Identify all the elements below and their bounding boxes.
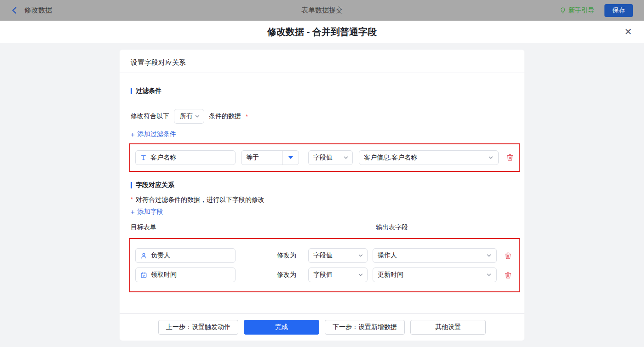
modify-to-label: 修改为	[277, 251, 303, 260]
settings-card: 设置字段对应关系 过滤条件 修改符合以下 所有 条件的数据 * + 添加过滤条件	[120, 50, 524, 341]
guide-label: 新手引导	[569, 6, 594, 15]
chevron-down-icon	[358, 253, 363, 258]
chevron-down-icon	[358, 272, 363, 278]
operator-dropdown-button[interactable]	[282, 151, 299, 165]
trash-icon	[506, 154, 514, 161]
topbar: 修改数据 表单数据提交 新手引导 保存	[0, 0, 644, 21]
wizard-footer: 上一步：设置触发动作 完成 下一步：设置新增数据 其他设置	[120, 313, 524, 341]
add-filter-condition-link[interactable]: + 添加过滤条件	[131, 130, 176, 138]
card-content: 过滤条件 修改符合以下 所有 条件的数据 * + 添加过滤条件 客户名称	[120, 73, 524, 313]
condition-operator-select[interactable]: 等于	[241, 150, 299, 165]
dialog-title: 修改数据 - 合并到普通字段	[267, 26, 377, 38]
topbar-actions: 新手引导 保存	[559, 4, 633, 17]
target-field-value: 负责人	[151, 251, 170, 260]
chevron-down-icon	[343, 155, 349, 160]
caret-down-icon	[288, 156, 293, 159]
sentence-prefix: 修改符合以下	[131, 112, 169, 120]
text-field-icon	[140, 154, 147, 161]
mapping-value-type: 字段值	[313, 271, 333, 279]
delete-condition-button[interactable]	[506, 154, 514, 161]
output-field-select[interactable]: 更新时间	[373, 267, 497, 282]
mapping-row: 负责人 修改为 字段值 操作人	[135, 248, 514, 263]
filter-match-sentence: 修改符合以下 所有 条件的数据 *	[131, 109, 513, 124]
delete-mapping-button[interactable]	[504, 252, 512, 260]
back-label: 修改数据	[24, 6, 52, 15]
delete-mapping-button[interactable]	[504, 271, 512, 279]
column-output-field: 输出表字段	[376, 223, 408, 232]
lightbulb-icon	[559, 7, 566, 14]
add-filter-condition-label: 添加过滤条件	[138, 130, 176, 138]
target-field-input[interactable]: 领取时间	[135, 267, 236, 282]
close-icon[interactable]: ✕	[624, 27, 632, 36]
save-button[interactable]: 保存	[604, 4, 633, 17]
required-asterisk: *	[246, 113, 248, 120]
other-settings-button[interactable]: 其他设置	[410, 320, 486, 335]
next-step-button[interactable]: 下一步：设置新增数据	[325, 320, 405, 335]
required-asterisk: *	[131, 196, 133, 203]
chevron-down-icon	[195, 114, 200, 119]
section-bar	[131, 182, 132, 188]
trash-icon	[504, 271, 512, 279]
output-field-value: 操作人	[378, 251, 397, 260]
mapping-description: * 对符合过滤条件的数据，进行以下字段的修改	[131, 196, 513, 204]
chevron-down-icon	[486, 253, 492, 258]
condition-value-type-select[interactable]: 字段值	[308, 150, 353, 165]
card-header-title: 设置字段对应关系	[120, 50, 524, 73]
filter-section-label: 过滤条件	[136, 87, 161, 95]
mapping-value-type-select[interactable]: 字段值	[308, 267, 368, 282]
dialog-header: 修改数据 - 合并到普通字段 ✕	[0, 21, 644, 43]
chevron-down-icon	[488, 155, 494, 160]
output-field-value: 更新时间	[378, 271, 403, 279]
chevron-down-icon	[486, 272, 492, 278]
condition-value: 客户信息.客户名称	[364, 154, 417, 162]
calendar-icon	[140, 272, 147, 279]
back-button[interactable]: 修改数据	[11, 6, 52, 15]
plus-icon: +	[131, 208, 135, 216]
mapping-section-title: 字段对应关系	[131, 181, 513, 189]
add-field-link[interactable]: + 添加字段	[131, 208, 163, 216]
column-target-form: 目标表单	[131, 223, 156, 231]
match-mode-select[interactable]: 所有	[174, 109, 204, 124]
topbar-title: 表单数据提交	[301, 6, 343, 15]
user-icon	[140, 252, 147, 259]
filter-condition-highlight-box: 客户名称 等于 字段值 客户信息.客户名称	[129, 143, 520, 172]
match-mode-value: 所有	[180, 112, 193, 120]
add-field-label: 添加字段	[138, 208, 163, 216]
mapping-columns-header: 目标表单 输出表字段	[131, 223, 513, 233]
condition-field-input[interactable]: 客户名称	[135, 150, 236, 165]
mapping-value-type: 字段值	[313, 251, 333, 260]
condition-operator-value: 等于	[242, 154, 282, 162]
modify-to-label: 修改为	[277, 271, 303, 279]
output-field-select[interactable]: 操作人	[373, 248, 497, 263]
target-field-input[interactable]: 负责人	[135, 248, 236, 263]
prev-step-button[interactable]: 上一步：设置触发动作	[158, 320, 238, 335]
back-chevron-icon	[11, 6, 18, 14]
dialog-body: 设置字段对应关系 过滤条件 修改符合以下 所有 条件的数据 * + 添加过滤条件	[0, 50, 644, 347]
mapping-description-text: 对符合过滤条件的数据，进行以下字段的修改	[136, 196, 264, 204]
field-mapping-highlight-box: 负责人 修改为 字段值 操作人	[129, 238, 520, 292]
done-button[interactable]: 完成	[244, 320, 319, 335]
mapping-section-label: 字段对应关系	[136, 181, 174, 189]
mapping-row: 领取时间 修改为 字段值 更新时间	[135, 267, 514, 282]
filter-section-title: 过滤条件	[131, 87, 513, 95]
condition-value-type: 字段值	[313, 154, 333, 162]
target-field-value: 领取时间	[151, 271, 177, 279]
condition-field-value: 客户名称	[150, 154, 176, 162]
mapping-value-type-select[interactable]: 字段值	[308, 248, 368, 263]
sentence-suffix: 条件的数据	[209, 112, 241, 120]
section-bar	[131, 88, 132, 94]
guide-link[interactable]: 新手引导	[559, 6, 594, 15]
condition-value-select[interactable]: 客户信息.客户名称	[359, 150, 499, 165]
plus-icon: +	[131, 131, 135, 138]
trash-icon	[504, 252, 512, 260]
